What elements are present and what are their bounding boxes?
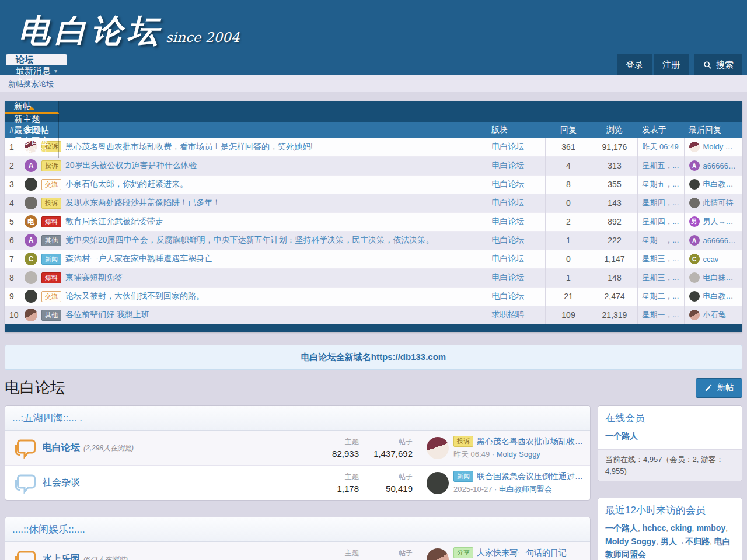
- topic-link[interactable]: 发现水东两处路段沙井盖像陷阱！已多年！: [65, 198, 221, 208]
- last-post-title-link[interactable]: 联合国紧急会议压倒性通过…: [477, 471, 583, 482]
- member-link[interactable]: 男人→不归路: [661, 537, 714, 546]
- avatar[interactable]: [689, 198, 700, 208]
- avatar[interactable]: C: [25, 253, 37, 265]
- nav-item[interactable]: 论坛: [6, 54, 67, 65]
- row-number: 9: [5, 287, 20, 306]
- posted-time-link[interactable]: 星期四，...: [643, 198, 679, 207]
- avatar[interactable]: A: [25, 234, 37, 247]
- last-reply-user-link[interactable]: a66666699: [703, 162, 738, 170]
- posted-time-link[interactable]: 星期四，...: [643, 217, 679, 226]
- last-post-author-link[interactable]: Moldy Soggy: [490, 450, 540, 459]
- topic-link[interactable]: 黑心茂名粤西农批市场乱收费，看市场员工是怎样回答的，笑死她妈!: [65, 142, 313, 152]
- search-button[interactable]: 搜索: [694, 54, 742, 75]
- avatar[interactable]: [25, 271, 37, 284]
- forum-link[interactable]: 电白论坛: [492, 198, 525, 207]
- new-post-button[interactable]: 新帖: [696, 378, 742, 398]
- table-row: 6 A 其他 党中央第20届四中全会，反腐旗帜鲜明，中央下达新五年计划：坚持科学…: [5, 231, 742, 250]
- posted-time-link[interactable]: 星期一，...: [643, 310, 679, 319]
- avatar[interactable]: 电: [25, 215, 37, 228]
- forum-link[interactable]: 电白论坛: [492, 254, 525, 263]
- posted-time-link[interactable]: 星期三，...: [643, 273, 679, 282]
- forum-link[interactable]: 电白论坛: [492, 160, 525, 170]
- posted-time-link[interactable]: 星期二，...: [643, 292, 679, 300]
- widget-tab[interactable]: 最受关注: [5, 147, 59, 158]
- avatar[interactable]: [689, 179, 700, 190]
- topic-badge: 其他: [41, 310, 61, 321]
- topic-link[interactable]: 各位前辈们好 我想上班: [65, 310, 149, 320]
- avatar[interactable]: A: [689, 235, 700, 246]
- avatar[interactable]: [689, 272, 700, 283]
- register-button[interactable]: 注册: [654, 54, 689, 75]
- last-reply-user-link[interactable]: ccav: [703, 255, 719, 264]
- nav-item[interactable]: 最新消息: [6, 65, 67, 76]
- posted-time-link[interactable]: 星期三，...: [643, 254, 679, 263]
- avatar[interactable]: [427, 548, 449, 560]
- avatar[interactable]: [427, 437, 449, 459]
- member-link[interactable]: 一个路人: [605, 431, 638, 440]
- forum-name-link[interactable]: 水上乐园: [43, 553, 80, 560]
- forum-link[interactable]: 电白论坛: [492, 179, 525, 188]
- topic-link[interactable]: 20岁出头被公权力迫害是种什么体验: [65, 160, 197, 171]
- widget-tab[interactable]: 最多回帖: [5, 125, 59, 136]
- last-reply-user-link[interactable]: a66666699: [703, 236, 738, 245]
- last-reply-user-link[interactable]: 电白妹子...: [703, 272, 738, 283]
- login-button[interactable]: 登录: [617, 54, 652, 75]
- avatar[interactable]: 男: [689, 216, 700, 227]
- last-post-title-link[interactable]: 黑心茂名粤西农批市场乱收…: [477, 436, 583, 447]
- widget-footer: [5, 324, 742, 332]
- table-row: 9 交流 论坛又被封，大伙们找不到回家的路。 电白论坛 21 2,474 星期二…: [5, 287, 742, 306]
- forum-link[interactable]: 电白论坛: [492, 216, 525, 226]
- member-link[interactable]: hchcc: [643, 523, 671, 533]
- widget-tab[interactable]: 新帖: [5, 101, 59, 114]
- avatar[interactable]: [427, 472, 449, 494]
- widget-tab[interactable]: 最多回应: [5, 136, 59, 147]
- member-link[interactable]: 一个路人: [605, 523, 643, 533]
- topic-link[interactable]: 教育局长江允武被纪委带走: [65, 216, 163, 227]
- forum-link[interactable]: 求职招聘: [492, 310, 525, 319]
- last-reply-user-link[interactable]: 此情可待: [703, 198, 734, 208]
- last-reply-user-link[interactable]: 男人→不...: [703, 216, 738, 227]
- forum-link[interactable]: 电白论坛: [492, 142, 525, 151]
- forum-link[interactable]: 电白论坛: [492, 235, 525, 244]
- avatar[interactable]: [25, 290, 37, 303]
- posts-label: 帖子: [365, 472, 413, 482]
- avatar[interactable]: [689, 142, 700, 152]
- topic-badge: 其他: [41, 235, 61, 246]
- topic-link[interactable]: 森沟村一户人家在家中熟睡遭遇车祸身亡: [65, 254, 212, 264]
- posted-time-link[interactable]: 星期三，...: [643, 236, 679, 244]
- avatar[interactable]: A: [25, 159, 37, 172]
- member-link[interactable]: Moldy Soggy: [605, 537, 661, 546]
- topic-link[interactable]: 党中央第20届四中全会，反腐旗帜鲜明，中央下达新五年计划：坚持科学决策，民主决策…: [65, 235, 434, 246]
- avatar[interactable]: A: [689, 160, 700, 171]
- last-reply-user-link[interactable]: Moldy So...: [703, 142, 738, 151]
- topic-link[interactable]: 小泉石龟太郎，你妈的赶紧进来。: [65, 179, 188, 190]
- last-reply-user-link[interactable]: 小石龟: [703, 310, 726, 320]
- subnav-link[interactable]: 搜索论坛: [23, 79, 54, 88]
- forum-name-link[interactable]: 电白论坛: [43, 442, 80, 454]
- last-post-author-link[interactable]: 电白教师同盟会: [493, 485, 553, 494]
- table-row: 3 交流 小泉石龟太郎，你妈的赶紧进来。 电白论坛 8 355 星期五，... …: [5, 175, 742, 194]
- avatar[interactable]: C: [689, 254, 700, 264]
- last-reply-user-link[interactable]: 电白教师...: [703, 179, 738, 190]
- topic-link[interactable]: 柬埔寨短期免签: [65, 272, 123, 283]
- logo[interactable]: 电白论坛 since 2004: [0, 0, 747, 54]
- posted-time-link[interactable]: 星期五，...: [643, 161, 679, 170]
- posted-time-link[interactable]: 星期五，...: [643, 180, 679, 188]
- forum-link[interactable]: 电白论坛: [492, 272, 525, 282]
- forum-link[interactable]: 电白论坛: [492, 291, 525, 300]
- forum-name-link[interactable]: 社会杂谈: [43, 477, 80, 489]
- avatar[interactable]: [25, 197, 37, 209]
- widget-tab[interactable]: 新主题: [5, 114, 59, 125]
- topic-link[interactable]: 论坛又被封，大伙们找不到回家的路。: [65, 291, 204, 302]
- avatar[interactable]: [689, 291, 700, 302]
- member-link[interactable]: mmboy: [696, 523, 728, 533]
- member-link[interactable]: cking: [671, 523, 696, 533]
- posted-time-link[interactable]: 昨天 06:49: [643, 142, 679, 151]
- avatar[interactable]: [25, 309, 37, 321]
- avatar[interactable]: [25, 178, 37, 191]
- notice-bar[interactable]: 电白论坛全新域名https://db133.com: [5, 345, 742, 370]
- last-post-title-link[interactable]: 大家快来写一句话的日记: [477, 548, 567, 558]
- avatar[interactable]: [689, 310, 700, 320]
- last-reply-user-link[interactable]: 电白教师...: [703, 291, 738, 302]
- subnav-link[interactable]: 新帖: [8, 79, 23, 88]
